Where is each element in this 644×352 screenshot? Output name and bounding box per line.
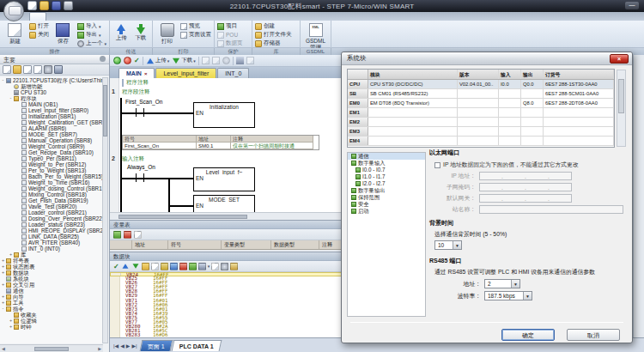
gsdml-manage-button[interactable]: XML GSDML 管理 (303, 22, 328, 52)
tree-item[interactable]: Weight_to_Time (SBR16) (0, 179, 103, 185)
preview-button[interactable]: 预览 (180, 22, 211, 30)
ribbon-tab[interactable] (82, 12, 98, 21)
rs485-baud-select[interactable]: 187.5 kbps ▼ (484, 291, 532, 300)
memory-button[interactable]: 存储器 (255, 39, 292, 47)
ok-button[interactable]: 确定 (501, 329, 555, 341)
app-menu-button[interactable] (3, 1, 24, 21)
tree-item[interactable]: ALARM (SBR6) (0, 125, 103, 131)
tree-expander[interactable]: + (0, 264, 6, 270)
tree-item[interactable]: Get_Recipe_Data (SBR10) (0, 149, 103, 155)
tree-item[interactable]: Bacth_Per_to_Weight (SBR15) (0, 173, 103, 179)
tree-item[interactable]: + 交叉引用 (0, 282, 103, 288)
tree-toolbar-open-icon[interactable] (13, 65, 21, 74)
tree-item[interactable]: - 指令 (0, 306, 103, 312)
dialog-close-button[interactable]: × (610, 54, 629, 64)
contact-first-scan-on[interactable] (136, 108, 144, 117)
tree-expander[interactable]: + (0, 270, 6, 276)
db-download-icon[interactable] (132, 264, 138, 269)
tree-expander[interactable]: + (0, 282, 6, 288)
tree-expander[interactable]: - (0, 77, 6, 83)
db-upload-icon[interactable] (122, 264, 128, 269)
cancel-button[interactable]: 取消 (567, 329, 620, 341)
db-insert-icon[interactable] (170, 263, 178, 270)
ribbon-tab[interactable] (134, 12, 149, 21)
db-paste-icon[interactable] (161, 263, 168, 270)
dialog-tree-item[interactable]: 数字量输入 (348, 160, 425, 167)
tree-vertical-scrollbar[interactable] (102, 77, 108, 343)
tree-item[interactable]: Mixing_Control (SBR18) (0, 191, 103, 197)
tree-item[interactable]: HMI_REOPE_DISPLAY (SBR24) (0, 228, 103, 234)
ribbon-tab[interactable] (48, 12, 64, 21)
module-slot-label[interactable]: EM0 (348, 99, 368, 107)
upload-button[interactable]: 上传 (112, 22, 131, 42)
tree-item[interactable]: + 库 (0, 252, 103, 258)
tree-item[interactable]: Manual_Operation (SBR8) (0, 137, 103, 143)
vt-insert-icon[interactable] (113, 231, 121, 239)
tree-item[interactable]: Loader_control (SBR21) (0, 209, 103, 215)
dialog-tree-item[interactable]: 安全 (348, 201, 425, 208)
next-page-button[interactable]: ▶ (126, 343, 131, 349)
last-page-button[interactable]: ▶| (131, 343, 137, 349)
dialog-title-bar[interactable]: 系统块 × (342, 52, 632, 65)
vt-copy-icon[interactable] (134, 231, 142, 239)
module-table-row[interactable]: EM0 EM DT08 (8DQ Transistor) Q8.0 6ES7 2… (348, 99, 614, 108)
ribbon-tab[interactable] (65, 12, 81, 21)
ribbon-tab[interactable] (29, 12, 46, 21)
minimize-button[interactable]: — (625, 2, 639, 9)
db-view-icon[interactable] (198, 263, 206, 270)
tree-horizontal-scrollbar[interactable]: ◀▶ (0, 344, 103, 352)
tree-item[interactable]: Level_input_filter (SBR0) (0, 107, 103, 113)
contact-always-on[interactable] (136, 173, 144, 182)
module-slot-label[interactable]: EM4 (348, 137, 368, 145)
box-mode-set[interactable]: MODE_SET EN (193, 195, 255, 212)
tree-expander[interactable]: - (0, 306, 6, 312)
save-button[interactable]: 保存 (51, 22, 76, 46)
tree-item[interactable]: - 22101.7CPUST30程序 (C:\Users\ThinkPa (0, 77, 103, 83)
tree-item[interactable]: MODE_SET (SBR7) (0, 131, 103, 137)
module-table-row[interactable]: CPU CPU ST30 (DC/DC/DC) V02.04.01_00.. I… (348, 80, 614, 89)
tree-expander[interactable]: + (0, 294, 6, 300)
import-button[interactable]: 导入▾ (77, 22, 106, 30)
tree-item[interactable]: Dosing_Over_Percent (SBR22) (0, 215, 103, 222)
quick-print-icon[interactable] (64, 1, 73, 10)
tree-item[interactable]: INT_0 (INT0) (0, 246, 103, 252)
db-open-icon[interactable] (142, 263, 149, 270)
contact-label-first-scan-on[interactable]: First_Scan_On (125, 99, 162, 105)
dialog-tree-item[interactable]: 数字量输出 (348, 187, 425, 194)
tree-toolbar-copy-icon[interactable] (23, 65, 32, 74)
program-comment[interactable]: 程序注释 (122, 79, 149, 87)
tree-item[interactable]: AVR_FITER (SBR40) (0, 240, 103, 246)
rs485-address-dropdown-icon[interactable]: ▼ (511, 280, 519, 288)
compile-icon[interactable]: ✓ (134, 57, 140, 64)
network1-comment[interactable]: 程序段注释 (122, 88, 150, 96)
tab-level-input-filter[interactable]: Level_input_filter (155, 68, 216, 78)
open-folder-button[interactable]: 打开文件夹 (255, 31, 292, 39)
pin-icon[interactable] (100, 56, 106, 62)
close-button[interactable]: 关闭 (29, 31, 49, 39)
tree-item[interactable]: + 状态图表 (0, 264, 103, 270)
tree-item[interactable]: LINK_DATA (SBR25) (0, 234, 103, 240)
module-slot-label[interactable]: EM3 (348, 127, 368, 136)
editor-upload-button[interactable]: 上传▾ (146, 57, 170, 64)
tree-hscroll-thumb[interactable] (34, 347, 69, 351)
tree-expander[interactable]: - (8, 95, 14, 101)
module-name-cell[interactable] (368, 127, 458, 136)
contact-label-always-on[interactable]: Always_On (127, 164, 155, 170)
module-table-row[interactable]: SB SB CM01 (RS485/RS232) 6ES7 288-5CM01-… (348, 89, 614, 99)
tree-toolbar-view-icon[interactable] (54, 65, 63, 74)
module-slot-label[interactable]: EM1 (348, 108, 368, 117)
quick-open-icon[interactable] (39, 1, 49, 10)
module-table-row[interactable]: EM2 (348, 118, 614, 127)
tree-item[interactable]: Weight_Control (SBR9) (0, 143, 103, 149)
tree-item[interactable]: Weight_to_Per (SBR12) (0, 161, 103, 167)
network2-comment[interactable]: 输入注释 (122, 155, 144, 163)
dialog-tree-item[interactable]: 启动 (348, 208, 425, 215)
module-slot-label[interactable]: EM2 (348, 118, 368, 126)
module-slot-label[interactable]: SB (348, 89, 368, 98)
tree-item[interactable]: + 符号表 (0, 258, 103, 264)
editor-hscroll-thumb[interactable] (118, 215, 247, 219)
tree-item[interactable]: + 工具 (0, 300, 103, 306)
open-button[interactable]: 打开 (29, 22, 49, 30)
box-initialization[interactable]: Initialization EN (193, 102, 255, 128)
module-table-row[interactable]: EM1 (348, 108, 614, 118)
